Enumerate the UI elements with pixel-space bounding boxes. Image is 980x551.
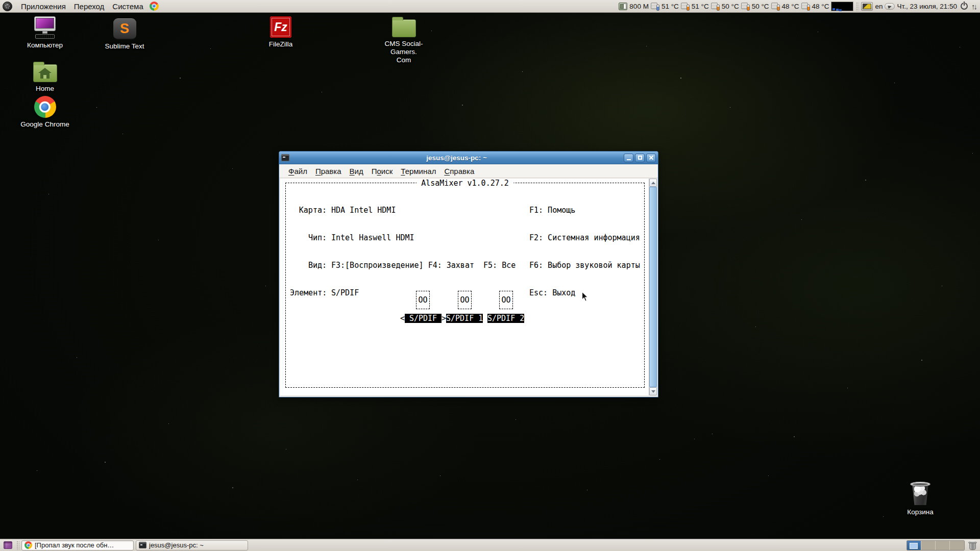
terminal-content[interactable]: AlsaMixer v1.0.27.2 Карта:HDA Intel HDMI… bbox=[280, 179, 657, 395]
menu-system[interactable]: Система bbox=[108, 0, 147, 13]
mouse-cursor bbox=[581, 291, 589, 305]
temp-sensor-icon[interactable] bbox=[801, 3, 810, 10]
workspace-4[interactable] bbox=[950, 541, 964, 550]
menu-search[interactable]: Поиск bbox=[368, 167, 397, 176]
applet-drag-handle[interactable] bbox=[16, 540, 19, 550]
selection-marker-right: > bbox=[442, 314, 446, 323]
system-tray: 800 M 51 °C 51 °C 50 °C 50 °C 48 °C 48 °… bbox=[619, 2, 980, 11]
window-title: jesus@jesus-pc: ~ bbox=[291, 154, 622, 162]
cpu-frequency-icon[interactable] bbox=[619, 3, 627, 10]
channel-label-selected[interactable]: S/PDIF bbox=[405, 314, 442, 323]
temp-value: 51 °C bbox=[662, 3, 679, 10]
channel-label[interactable]: S/PDIF 2 bbox=[487, 314, 524, 323]
info-label: Чип: bbox=[290, 233, 327, 242]
temp-sensor-icon[interactable] bbox=[681, 3, 690, 10]
temp-value: 48 °C bbox=[782, 3, 799, 10]
temp-sensor-icon[interactable] bbox=[651, 3, 659, 10]
distro-menu-icon[interactable] bbox=[3, 2, 12, 11]
channel-label[interactable]: S/PDIF 1 bbox=[446, 314, 483, 323]
temp-sensor-icon[interactable] bbox=[711, 3, 720, 10]
filezilla-icon: Fz bbox=[270, 16, 291, 38]
temp-value: 48 °C bbox=[812, 3, 829, 10]
menu-view[interactable]: Вид bbox=[346, 167, 368, 176]
desktop-icon-cms-folder[interactable]: CMS Social-Gamers.Com bbox=[372, 16, 435, 64]
menu-terminal[interactable]: Терминал bbox=[397, 167, 440, 176]
channel-switch-spdif-2[interactable]: OO bbox=[499, 291, 513, 309]
google-chrome-icon bbox=[34, 96, 56, 118]
house-glyph bbox=[38, 68, 52, 73]
menu-edit[interactable]: Правка bbox=[311, 167, 346, 176]
desktop-icon-home[interactable]: Home bbox=[17, 61, 73, 93]
temp-sensor-icon[interactable] bbox=[741, 3, 750, 10]
notification-icon[interactable] bbox=[885, 3, 895, 10]
keyboard-layout-icon[interactable] bbox=[861, 2, 873, 11]
trash-applet-icon[interactable] bbox=[969, 541, 976, 550]
menu-file[interactable]: Файл bbox=[284, 167, 311, 176]
alsamixer-frame: AlsaMixer v1.0.27.2 Карта:HDA Intel HDMI… bbox=[285, 183, 645, 388]
workspace-1[interactable] bbox=[907, 541, 921, 550]
temp-sensor-icon[interactable] bbox=[771, 3, 780, 10]
info-value: HDA Intel HDMI bbox=[331, 206, 396, 215]
temp-value: 50 °C bbox=[752, 3, 769, 10]
task-button-chrome[interactable]: [Пропал звук после обн… bbox=[21, 540, 134, 550]
alsamixer-title: AlsaMixer v1.0.27.2 bbox=[416, 179, 513, 188]
info-value: F3:[Воспроизведение] F4: Захват F5: Все bbox=[331, 261, 516, 270]
cpu-frequency-value: 800 M bbox=[629, 3, 649, 10]
close-button[interactable] bbox=[646, 154, 656, 162]
channel-switch-spdif-1[interactable]: OO bbox=[458, 291, 472, 309]
desktop-icon-sublime[interactable]: S Sublime Text bbox=[96, 18, 153, 51]
desktop-icon-label: CMS Social-Gamers.Com bbox=[372, 40, 435, 64]
terminal-menubar: Файл Правка Вид Поиск Терминал Справка bbox=[279, 164, 658, 178]
network-traffic-icon[interactable]: ↑↓ bbox=[971, 2, 978, 11]
maximize-button[interactable] bbox=[635, 154, 645, 162]
scroll-down-button[interactable] bbox=[649, 387, 657, 395]
desktop-icon-label: FileZilla bbox=[269, 40, 293, 48]
terminal-scrollbar[interactable] bbox=[649, 179, 657, 395]
info-label: Вид: bbox=[290, 261, 327, 270]
desktop-icon-computer[interactable]: Компьютер bbox=[17, 16, 73, 49]
menu-places[interactable]: Переход bbox=[70, 0, 109, 13]
system-monitor-graph[interactable] bbox=[831, 2, 853, 11]
sublime-text-icon: S bbox=[113, 18, 136, 40]
power-icon[interactable] bbox=[961, 3, 968, 10]
desktop-icon-trash[interactable]: Корзина bbox=[892, 482, 948, 516]
channel-label-gap bbox=[483, 314, 487, 323]
desktop-icon-label: Корзина bbox=[907, 508, 933, 516]
workspace-3[interactable] bbox=[936, 541, 950, 550]
info-value: Intel Haswell HDMI bbox=[331, 233, 414, 242]
menu-help[interactable]: Справка bbox=[440, 167, 478, 176]
task-title: jesus@jesus-pc: ~ bbox=[149, 541, 245, 549]
workspace-switcher bbox=[906, 540, 965, 550]
temp-value: 51 °C bbox=[692, 3, 709, 10]
menu-applications[interactable]: Приложения bbox=[17, 0, 70, 13]
desktop-icon-label: Google Chrome bbox=[20, 120, 69, 129]
desktop-icon-label: Home bbox=[36, 85, 54, 93]
desktop-icon-filezilla[interactable]: Fz FileZilla bbox=[253, 16, 309, 48]
minimize-button[interactable] bbox=[624, 154, 633, 162]
channel-switch-spdif[interactable]: OO bbox=[416, 291, 430, 309]
scroll-up-button[interactable] bbox=[649, 179, 657, 187]
task-button-terminal[interactable]: jesus@jesus-pc: ~ bbox=[136, 540, 248, 550]
alsamixer-screen: AlsaMixer v1.0.27.2 Карта:HDA Intel HDMI… bbox=[280, 179, 649, 395]
desktop-icon-chrome[interactable]: Google Chrome bbox=[17, 96, 73, 129]
scrollbar-thumb[interactable] bbox=[649, 187, 657, 387]
alsamixer-info: Карта:HDA Intel HDMI Чип:Intel Haswell H… bbox=[286, 187, 516, 316]
applet-drag-handle[interactable] bbox=[855, 2, 859, 11]
clock[interactable]: Чт., 23 июля, 21:50 bbox=[897, 3, 957, 10]
channel-labels: <S/PDIF>S/PDIF 1 S/PDIF 2 bbox=[400, 314, 524, 323]
window-titlebar[interactable]: jesus@jesus-pc: ~ bbox=[279, 152, 658, 164]
chrome-launcher-icon[interactable] bbox=[150, 2, 159, 11]
top-panel: Приложения Переход Система 800 M 51 °C 5… bbox=[0, 0, 980, 13]
desktop-icon-label: Sublime Text bbox=[105, 42, 144, 51]
computer-icon bbox=[33, 16, 57, 39]
terminal-icon bbox=[139, 542, 146, 548]
terminal-icon bbox=[281, 154, 289, 161]
show-desktop-button[interactable] bbox=[2, 540, 14, 550]
terminal-window: jesus@jesus-pc: ~ Файл Правка Вид Поиск … bbox=[279, 151, 658, 397]
keyboard-layout-code[interactable]: en bbox=[875, 3, 883, 10]
info-label: Карта: bbox=[290, 206, 327, 215]
bottom-panel: [Пропал звук после обн… jesus@jesus-pc: … bbox=[0, 539, 980, 551]
workspace-2[interactable] bbox=[921, 541, 936, 550]
desktop-icon-label: Компьютер bbox=[27, 41, 63, 49]
chrome-icon bbox=[24, 541, 32, 549]
